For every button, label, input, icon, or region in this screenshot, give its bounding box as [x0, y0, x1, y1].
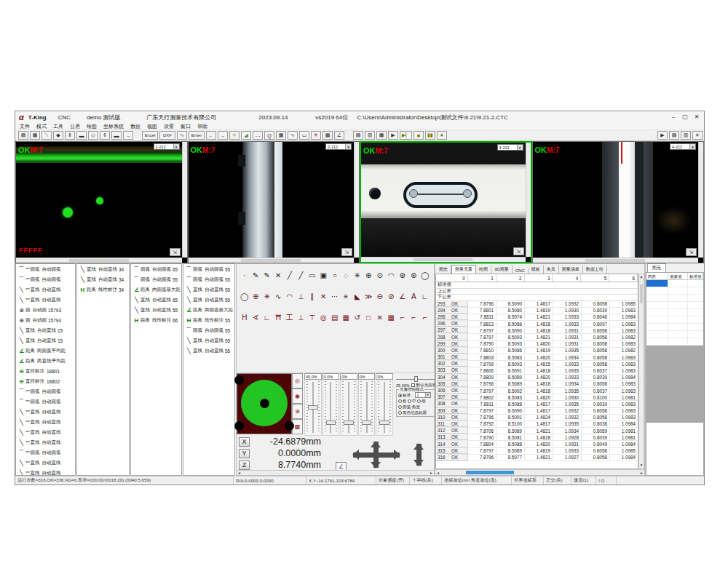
detail-row[interactable] [646, 324, 703, 331]
list-item[interactable]: H距离线性标注66 [131, 315, 181, 325]
radio-细[interactable] [417, 399, 421, 403]
list-item[interactable]: ⌒***圆弧自动圆弧 [16, 264, 75, 274]
slider-thumb[interactable] [326, 420, 336, 425]
terrain-button[interactable]: ◢ [241, 131, 251, 140]
menu-公差[interactable]: 公差 [70, 123, 80, 130]
list-item[interactable]: ╲直线自动直线15 [16, 325, 75, 335]
open-2-button[interactable]: ▦ [376, 131, 387, 140]
menu-窗口[interactable]: 窗口 [181, 123, 191, 130]
panel-tool-button[interactable]: ▬ [76, 131, 87, 140]
z-jog-arrows[interactable] [411, 439, 427, 471]
table-row[interactable]: 315OK7.87978.50891.48191.09330.80581.098… [436, 448, 638, 455]
chart-button[interactable]: ∠ [334, 131, 344, 140]
radio-标准[interactable] [398, 394, 402, 397]
list-item[interactable]: ╲直线自动直线55 [183, 335, 234, 346]
table-row[interactable]: 313OK7.87908.50811.48181.09280.80391.098… [436, 434, 638, 441]
measure-tool-icon[interactable]: ⊘ [386, 291, 397, 302]
menu-工具[interactable]: 工具 [53, 123, 63, 130]
measure-tool-icon[interactable]: ▦ [386, 312, 397, 323]
ring-light-preview[interactable] [237, 373, 292, 434]
chevron-down-icon[interactable]: ▾ [689, 144, 695, 149]
menu-视图[interactable]: 视图 [147, 123, 157, 130]
camera-selector[interactable]: 4-212▾ [670, 143, 696, 150]
chevron-down-icon[interactable]: ▾ [173, 144, 179, 149]
radio-中[interactable] [408, 399, 411, 403]
measure-tool-icon[interactable]: ↺ [352, 312, 363, 323]
measure-tool-icon[interactable]: ⋯ [329, 291, 341, 302]
list-item[interactable]: ╲***直线自动直线 [16, 295, 75, 305]
list-item[interactable]: ⌒圆弧自动圆弧65 [131, 264, 181, 274]
list-item[interactable]: ⌒圆弧自动圆弧55 [183, 264, 234, 274]
measure-tool-icon[interactable]: ╱ [296, 270, 307, 281]
light-pattern-button-2[interactable]: ◉ [292, 388, 303, 404]
measure-tool-icon[interactable]: ⌐ [419, 312, 431, 323]
table-row[interactable]: 312OK7.87068.50891.48211.09340.80591.098… [436, 428, 638, 434]
list-item[interactable]: ╲***直线自动直线 [16, 407, 75, 417]
detail-row[interactable] [646, 331, 703, 338]
laser-button[interactable]: ✳ [311, 131, 321, 140]
radio-黑色结晶轮廓[interactable] [398, 411, 402, 415]
play-right-button[interactable]: ▶ [657, 131, 668, 140]
play-to-end-button[interactable]: ▶▏ [400, 131, 412, 140]
tab-夹具[interactable]: 夹具 [544, 266, 559, 274]
panel-tool-2-button[interactable]: ▬ [111, 131, 122, 140]
print-button[interactable]: ▥ [365, 131, 375, 140]
detail-row[interactable] [646, 287, 703, 295]
measure-tool-icon[interactable]: ⊤ [306, 312, 318, 323]
measure-tool-icon[interactable]: ✎ [250, 270, 262, 281]
measure-tool-icon[interactable]: ▦ [341, 312, 352, 323]
list-item[interactable]: ⊕圆自动圆15793 [16, 305, 75, 315]
measure-tool-icon[interactable]: 工 [284, 312, 296, 323]
measure-tool-icon[interactable]: ≫ [363, 291, 375, 302]
light-slider-1[interactable]: 40.0% [304, 373, 322, 436]
measure-tool-icon[interactable]: ∥ [306, 291, 318, 302]
list-item[interactable]: ╲***直线自动直线 [16, 284, 75, 295]
jog-arrow-pad[interactable] [347, 437, 405, 472]
measure-tool-icon[interactable]: ⌐ [408, 312, 420, 323]
measure-tool-icon[interactable]: ◌ [341, 270, 352, 281]
camera-selector[interactable]: 3-212▾ [497, 144, 523, 151]
open-folder-button[interactable]: ▦ [30, 131, 40, 140]
stop-button[interactable]: ■ [414, 131, 424, 140]
light-bulb-button[interactable]: ☀ [229, 131, 240, 140]
measure-tool-icon[interactable]: ◠ [386, 270, 397, 281]
measure-tool-icon[interactable]: ⊙ [374, 270, 386, 281]
table-row[interactable]: 304OK7.88098.50891.48201.09330.80391.098… [436, 375, 638, 381]
blank-button[interactable]: ▭ [299, 131, 309, 140]
list-item[interactable]: ⌒***圆弧自动圆弧 [16, 396, 75, 407]
list-item[interactable]: ╲***直线自动直线 [16, 468, 75, 476]
tab-element[interactable]: 图元 [647, 263, 666, 272]
measure-tool-icon[interactable]: A [408, 291, 420, 302]
slider-thumb[interactable] [362, 420, 372, 425]
tab-CNC[interactable]: CNC [513, 268, 529, 274]
camera-view-2[interactable]: OKM:7 2-212▾ ⇲ [188, 141, 360, 263]
brightness-slider[interactable] [396, 376, 439, 382]
save-button[interactable]: ▤ [18, 131, 28, 140]
radio-圆弧-角度[interactable] [398, 405, 402, 409]
measure-tool-icon[interactable]: ⊖ [374, 291, 386, 302]
measure-tool-icon[interactable]: ⊕ [250, 291, 262, 302]
pan-zoom-icon[interactable]: ⇲ [170, 248, 181, 256]
measure-tool-icon[interactable]: ∠ [397, 291, 408, 302]
table-row[interactable]: 307OK7.88028.50831.48201.09300.81001.098… [436, 394, 638, 401]
slider-thumb[interactable] [379, 420, 389, 425]
menu-绘图[interactable]: 绘图 [87, 123, 97, 130]
camera-view-3-selected[interactable]: OKM:7 3-212▾ ⇲ [360, 141, 532, 263]
menu-坐标系统[interactable]: 坐标系统 [103, 123, 124, 130]
slider-thumb[interactable] [308, 405, 318, 410]
center-hscrollbar[interactable]: ◄► [237, 470, 434, 475]
save-2-button[interactable]: ▤ [353, 131, 363, 140]
light-pattern-button-3[interactable]: ⊕ [292, 404, 303, 419]
camera-selector[interactable]: 1-212▾ [154, 143, 180, 150]
camera-selector[interactable]: 2-212▾ [325, 143, 352, 150]
list-item[interactable]: H距离线性标注34 [77, 284, 129, 295]
measure-tool-icon[interactable]: Ħ [273, 312, 285, 323]
close-button[interactable]: ✕ [691, 112, 703, 121]
table-row[interactable]: 306OK7.87978.50921.48181.09350.80371.098… [436, 388, 638, 394]
list-item[interactable]: ╲直线自动直线55 [183, 295, 234, 305]
menu-模式[interactable]: 模式 [36, 123, 47, 130]
delete-button[interactable]: ✕ [692, 131, 703, 140]
measure-tool-icon[interactable]: ⊥ [296, 312, 307, 323]
qr-code-button[interactable]: ▩ [323, 131, 333, 140]
measure-tool-icon[interactable]: ≡ [341, 291, 352, 302]
